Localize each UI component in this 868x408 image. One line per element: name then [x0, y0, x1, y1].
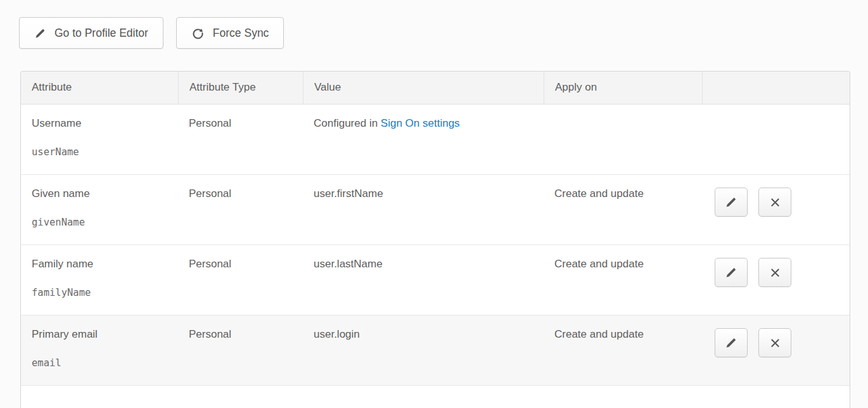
pencil-icon — [34, 27, 46, 39]
attribute-cell: Family name familyName — [21, 245, 178, 315]
column-header-attribute-type: Attribute Type — [178, 72, 303, 104]
attribute-label: Given name — [32, 188, 178, 200]
column-header-actions — [702, 72, 850, 104]
attribute-mapping-table: Attribute Attribute Type Value Apply on … — [20, 71, 850, 408]
attribute-variable-name: email — [32, 357, 178, 369]
sign-on-settings-link[interactable]: Sign On settings — [381, 117, 460, 129]
attribute-type-cell: Personal — [178, 105, 303, 174]
actions-cell — [702, 316, 850, 385]
column-header-value: Value — [303, 72, 544, 104]
attribute-variable-name: givenName — [32, 217, 178, 228]
toolbar: Go to Profile Editor Force Sync — [19, 17, 284, 49]
attribute-label: Family name — [32, 258, 178, 271]
edit-attribute-button[interactable] — [715, 188, 748, 217]
force-sync-button[interactable]: Force Sync — [176, 17, 284, 49]
column-header-apply-on: Apply on — [544, 72, 702, 104]
attribute-label: Username — [32, 117, 178, 130]
attribute-type-cell: Personal — [178, 175, 303, 245]
table-row-username: Username userName Personal Configured in… — [21, 105, 850, 175]
column-header-attribute: Attribute — [21, 72, 178, 104]
edit-attribute-button[interactable] — [715, 328, 748, 357]
attribute-type-cell: Personal — [178, 316, 303, 385]
apply-on-cell — [544, 105, 702, 174]
value-cell: user.login — [303, 316, 544, 385]
pencil-icon — [725, 336, 737, 349]
pencil-icon — [725, 196, 737, 208]
force-sync-label: Force Sync — [213, 27, 269, 40]
apply-on-cell: Create and update — [544, 245, 702, 315]
delete-attribute-button[interactable] — [758, 258, 791, 287]
delete-attribute-button[interactable] — [758, 328, 791, 357]
attribute-label: Primary email — [32, 328, 178, 341]
attribute-type-cell: Personal — [178, 245, 303, 315]
value-cell: user.lastName — [303, 245, 544, 315]
table-row-family-name: Family name familyName Personal user.las… — [21, 245, 850, 316]
attribute-variable-name: familyName — [32, 287, 178, 298]
value-cell: user.firstName — [303, 175, 544, 245]
refresh-icon — [191, 27, 205, 40]
table-header: Attribute Attribute Type Value Apply on — [21, 72, 850, 105]
pencil-icon — [725, 266, 737, 279]
value-cell: Configured in Sign On settings — [303, 105, 544, 174]
close-icon — [769, 267, 781, 279]
table-row-given-name: Given name givenName Personal user.first… — [21, 175, 850, 245]
go-to-profile-editor-button[interactable]: Go to Profile Editor — [19, 17, 163, 49]
actions-cell — [702, 105, 850, 174]
attribute-variable-name: userName — [32, 146, 178, 158]
delete-attribute-button[interactable] — [758, 188, 791, 217]
close-icon — [769, 337, 781, 349]
apply-on-cell: Create and update — [544, 175, 702, 245]
go-to-profile-editor-label: Go to Profile Editor — [54, 27, 148, 40]
actions-cell — [702, 245, 850, 315]
apply-on-cell: Create and update — [544, 316, 702, 385]
attribute-cell: Primary email email — [21, 316, 178, 385]
actions-cell — [702, 175, 850, 245]
edit-attribute-button[interactable] — [715, 258, 748, 287]
attribute-cell: Username userName — [21, 105, 178, 174]
attribute-cell: Given name givenName — [21, 175, 178, 245]
table-row-primary-email: Primary email email Personal user.login … — [21, 316, 850, 386]
value-text: Configured in — [314, 117, 381, 129]
close-icon — [769, 196, 781, 208]
